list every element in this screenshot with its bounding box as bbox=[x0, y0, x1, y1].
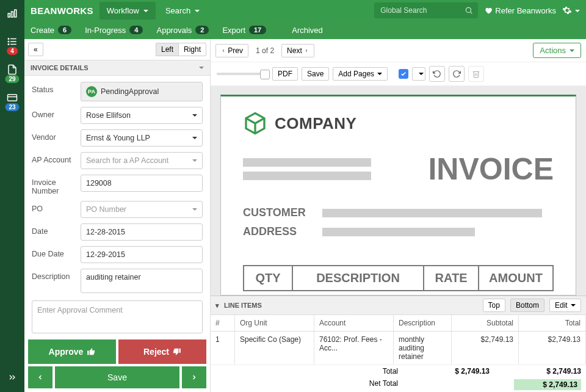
checkbox-toggle[interactable] bbox=[399, 69, 408, 79]
refer-link[interactable]: Refer Beanworks bbox=[484, 6, 556, 15]
thumbs-up-icon bbox=[87, 347, 95, 356]
customer-label: CUSTOMER bbox=[243, 206, 311, 219]
ap-label: AP Account bbox=[32, 152, 76, 164]
zoom-slider[interactable] bbox=[217, 71, 269, 77]
rail-list[interactable]: 4 bbox=[4, 33, 21, 50]
svg-rect-9 bbox=[8, 95, 17, 101]
col-desc: Description bbox=[394, 315, 452, 331]
actions-menu[interactable]: Actions bbox=[533, 43, 581, 58]
svg-point-8 bbox=[8, 44, 9, 45]
svg-point-7 bbox=[8, 41, 9, 42]
viewer-panel: Prev 1 of 2 Next Actions PDF Save Add Pa… bbox=[211, 39, 586, 392]
topbar: BEANWORKS Workflow Search Refer Beanwork… bbox=[24, 0, 586, 21]
prev-record-button[interactable] bbox=[28, 366, 52, 388]
rail-card[interactable]: 23 bbox=[4, 89, 21, 106]
desc-input[interactable]: auditing retainer bbox=[81, 269, 203, 293]
details-collapse-icon[interactable] bbox=[198, 64, 204, 71]
undo-icon bbox=[433, 70, 441, 78]
invoice-title: INVOICE bbox=[428, 151, 554, 187]
col-amount: AMOUNT bbox=[479, 266, 552, 290]
viewer-save-button[interactable]: Save bbox=[302, 67, 329, 81]
subnav-approvals[interactable]: Approvals2 bbox=[156, 26, 209, 35]
subnav: Create6 In-Progress4 Approvals2 Export17… bbox=[24, 21, 586, 39]
svg-point-6 bbox=[8, 38, 9, 40]
layout-left-button[interactable]: Left bbox=[156, 43, 178, 56]
settings-menu[interactable] bbox=[562, 5, 580, 16]
col-description: DESCRIPTION bbox=[293, 266, 424, 290]
company-name: COMPANY bbox=[275, 114, 356, 133]
line-items: ▾ LINE ITEMS Top Bottom Edit # Org Unit … bbox=[211, 296, 586, 392]
li-top-button[interactable]: Top bbox=[483, 299, 505, 312]
chevron-down-icon bbox=[191, 205, 197, 214]
svg-point-11 bbox=[466, 7, 471, 12]
col-org: Org Unit bbox=[235, 315, 314, 331]
layout-right-button[interactable]: Right bbox=[178, 43, 206, 56]
col-sub: Subtotal bbox=[452, 315, 519, 331]
approve-button[interactable]: Approve bbox=[28, 339, 116, 364]
undo-button[interactable] bbox=[429, 66, 445, 82]
svg-rect-2 bbox=[15, 10, 16, 17]
address-label: ADDRESS bbox=[243, 225, 311, 238]
workflow-menu[interactable]: Workflow bbox=[99, 2, 156, 20]
redo-button[interactable] bbox=[449, 66, 465, 82]
gear-icon bbox=[562, 5, 572, 15]
subnav-create[interactable]: Create6 bbox=[31, 26, 71, 35]
total-tot: $ 2,749.13 bbox=[514, 367, 581, 376]
svg-rect-1 bbox=[12, 12, 13, 17]
vendor-select[interactable]: Ernst & Young LLP bbox=[81, 129, 203, 147]
page-indicator: 1 of 2 bbox=[250, 46, 280, 55]
pdf-button[interactable]: PDF bbox=[272, 67, 298, 81]
col-tot: Total bbox=[519, 315, 586, 331]
date-input[interactable] bbox=[81, 223, 203, 241]
li-bottom-button[interactable]: Bottom bbox=[510, 299, 544, 312]
delete-button[interactable] bbox=[468, 66, 484, 82]
page-prev-button[interactable]: Prev bbox=[215, 44, 248, 57]
company-logo-icon bbox=[243, 111, 267, 136]
chevron-down-icon bbox=[191, 134, 197, 142]
search-menu[interactable]: Search bbox=[158, 2, 207, 20]
save-button[interactable]: Save bbox=[55, 366, 179, 388]
due-input[interactable] bbox=[81, 246, 203, 263]
checkbox-menu[interactable] bbox=[412, 67, 425, 81]
svg-rect-0 bbox=[8, 13, 10, 17]
chevron-left-icon bbox=[37, 374, 44, 381]
subnav-inprogress[interactable]: In-Progress4 bbox=[85, 26, 143, 35]
subnav-archived[interactable]: Archived bbox=[292, 26, 323, 35]
status-label: Status bbox=[32, 82, 76, 94]
total-sub: $ 2,749.13 bbox=[422, 367, 490, 376]
ap-select[interactable]: Search for a AP Account bbox=[81, 152, 203, 169]
invno-label: Invoice Number bbox=[32, 175, 76, 195]
nettotal-tot: $ 2,749.13 bbox=[514, 379, 581, 390]
owner-select[interactable]: Rose Ellifson bbox=[81, 107, 203, 124]
po-label: PO bbox=[32, 201, 76, 213]
date-label: Date bbox=[32, 223, 76, 236]
status-value: PAPendingApproval bbox=[81, 82, 203, 101]
caret-down-icon[interactable]: ▾ bbox=[215, 302, 219, 310]
li-edit-button[interactable]: Edit bbox=[549, 299, 581, 312]
add-pages-button[interactable]: Add Pages bbox=[333, 67, 388, 81]
subnav-export[interactable]: Export17 bbox=[222, 26, 266, 35]
col-n: # bbox=[211, 315, 235, 331]
invno-input[interactable] bbox=[81, 175, 203, 192]
comment-input[interactable]: Enter Approval Comment bbox=[32, 300, 203, 333]
invoice-page: COMPANY INVOICE CUSTOMER ADDRESS QTY DES… bbox=[220, 95, 576, 296]
rail-expand[interactable] bbox=[4, 369, 21, 386]
details-panel: « Left Right INVOICE DETAILS Status PAPe… bbox=[24, 39, 211, 392]
line-item-row[interactable]: 1 Specific Co (Sage) 76102: Prof. Fees -… bbox=[211, 332, 586, 365]
reject-button[interactable]: Reject bbox=[118, 339, 206, 364]
svg-line-12 bbox=[471, 12, 472, 14]
rail-doc[interactable]: 29 bbox=[4, 61, 21, 78]
rail-dashboard[interactable] bbox=[4, 5, 21, 22]
col-rate: RATE bbox=[424, 266, 479, 290]
search-icon bbox=[465, 6, 473, 15]
po-select[interactable]: PO Number bbox=[81, 201, 203, 218]
trash-icon bbox=[472, 70, 480, 78]
global-search-input[interactable] bbox=[374, 2, 478, 18]
thumbs-down-icon bbox=[173, 347, 181, 356]
due-label: Due Date bbox=[32, 246, 76, 258]
page-next-button[interactable]: Next bbox=[281, 44, 314, 57]
nettotal-label: Net Total bbox=[369, 379, 398, 390]
next-record-button[interactable] bbox=[182, 366, 206, 388]
collapse-button[interactable]: « bbox=[28, 43, 43, 56]
heart-icon bbox=[484, 6, 493, 15]
